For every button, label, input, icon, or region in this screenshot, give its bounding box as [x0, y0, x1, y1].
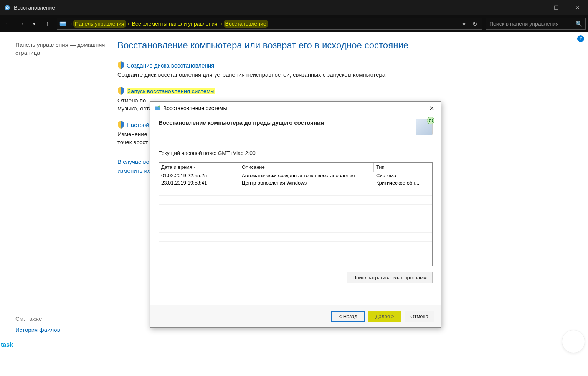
table-header: Дата и время ▾ Описание Тип — [159, 163, 432, 172]
maximize-button[interactable]: ☐ — [546, 0, 567, 15]
forward-button[interactable]: → — [15, 18, 27, 30]
affected-programs-button[interactable]: Поиск затрагиваемых программ — [347, 272, 433, 283]
dialog-title: Восстановление системы — [163, 105, 426, 111]
back-button[interactable]: < Назад — [331, 311, 365, 322]
dialog-mid-actions: Поиск затрагиваемых программ — [159, 272, 433, 283]
table-body: 01.02.2019 22:55:25 Автоматически создан… — [159, 172, 432, 266]
minimize-button[interactable]: ─ — [525, 0, 546, 15]
col-type[interactable]: Тип — [374, 163, 432, 172]
refresh-button[interactable]: ↻ — [470, 19, 479, 28]
corner-bubble[interactable] — [562, 330, 585, 353]
dialog-heading: Восстановление компьютера до предыдущего… — [159, 119, 416, 126]
col-datetime[interactable]: Дата и время ▾ — [159, 163, 239, 172]
crumb-recovery[interactable]: Восстановление — [224, 20, 268, 28]
cell-type: Система — [374, 172, 432, 179]
file-history-link[interactable]: История файлов — [15, 327, 106, 333]
address-bar: ← → ▾ ↑ › Панель управления › Все элемен… — [0, 15, 588, 32]
window-title: Восстановление — [14, 5, 525, 11]
svg-rect-2 — [60, 22, 63, 23]
control-panel-icon — [59, 21, 66, 27]
crumb-control-panel[interactable]: Панель управления — [73, 20, 126, 28]
restore-icon — [154, 105, 161, 112]
next-button[interactable]: Далее > — [368, 311, 401, 322]
cell-datetime: 23.01.2019 19:58:41 — [159, 179, 239, 186]
dialog-header: Восстановление компьютера до предыдущего… — [150, 115, 441, 141]
system-restore-link[interactable]: Запуск восстановления системы — [127, 88, 215, 94]
sidebar-home-link[interactable]: Панель управления — домашняя страница — [15, 41, 106, 57]
cell-description: Автоматически созданная точка восстановл… — [239, 172, 374, 179]
configure-link[interactable]: Настрой — [127, 122, 149, 128]
timezone-line: Текущий часовой пояс: GMT+Vlad 2:00 — [159, 150, 433, 156]
up-button[interactable]: ↑ — [41, 18, 53, 30]
table-row[interactable]: 23.01.2019 19:58:41 Центр обновления Win… — [159, 179, 432, 186]
breadcrumb[interactable]: › Панель управления › Все элементы панел… — [57, 18, 482, 30]
cancel-button[interactable]: Отмена — [405, 311, 434, 322]
chevron-right-icon: › — [69, 21, 73, 26]
sort-desc-icon: ▾ — [194, 165, 196, 169]
svg-rect-3 — [63, 22, 66, 23]
create-disk-link[interactable]: Создание диска восстановления — [127, 62, 214, 69]
title-bar: Восстановление ─ ☐ ✕ — [0, 0, 588, 15]
crumb-all-items[interactable]: Все элементы панели управления — [130, 20, 219, 28]
chevron-right-icon: › — [219, 21, 224, 26]
create-disk-desc: Создайте диск восстановления для устране… — [117, 71, 561, 79]
dialog-footer: < Назад Далее > Отмена — [150, 305, 441, 327]
dialog-titlebar: Восстановление системы ✕ — [150, 102, 441, 115]
recovery-icon — [4, 4, 11, 11]
see-also-label: См. также — [15, 315, 106, 322]
dropdown-history-button[interactable]: ▾ — [28, 18, 40, 30]
dialog-body: Текущий часовой пояс: GMT+Vlad 2:00 Дата… — [150, 141, 441, 305]
task-label: task — [0, 341, 13, 348]
chevron-right-icon: › — [126, 21, 130, 26]
breadcrumb-tail: ▾ ↻ — [268, 19, 479, 28]
restore-large-icon — [416, 119, 433, 135]
shield-icon — [117, 121, 124, 129]
search-input[interactable]: Поиск в панели управления 🔍 — [486, 18, 586, 30]
breadcrumb-dropdown-button[interactable]: ▾ — [459, 19, 469, 28]
search-icon: 🔍 — [576, 21, 582, 27]
table-row[interactable]: 01.02.2019 22:55:25 Автоматически создан… — [159, 172, 432, 179]
window-controls: ─ ☐ ✕ — [525, 0, 588, 15]
col-description[interactable]: Описание — [239, 163, 374, 172]
dialog-close-button[interactable]: ✕ — [426, 103, 437, 114]
restore-points-table[interactable]: Дата и время ▾ Описание Тип 01.02.2019 2… — [159, 162, 433, 266]
cell-type: Критическое обн... — [374, 179, 432, 186]
back-button[interactable]: ← — [2, 18, 14, 30]
system-restore-dialog: Восстановление системы ✕ Восстановление … — [150, 101, 441, 328]
close-button[interactable]: ✕ — [567, 0, 588, 15]
cell-datetime: 01.02.2019 22:55:25 — [159, 172, 239, 179]
shield-icon — [117, 87, 124, 95]
sidebar: Панель управления — домашняя страница См… — [0, 32, 115, 376]
svg-point-5 — [158, 106, 160, 108]
col-datetime-label: Дата и время — [161, 164, 192, 170]
cell-description: Центр обновления Windows — [239, 179, 374, 186]
shield-icon — [117, 61, 124, 69]
page-heading: Восстановление компьютера или возврат ег… — [117, 40, 561, 51]
search-placeholder: Поиск в панели управления — [489, 21, 576, 27]
option-create-disk: Создание диска восстановления Создайте д… — [117, 61, 561, 79]
